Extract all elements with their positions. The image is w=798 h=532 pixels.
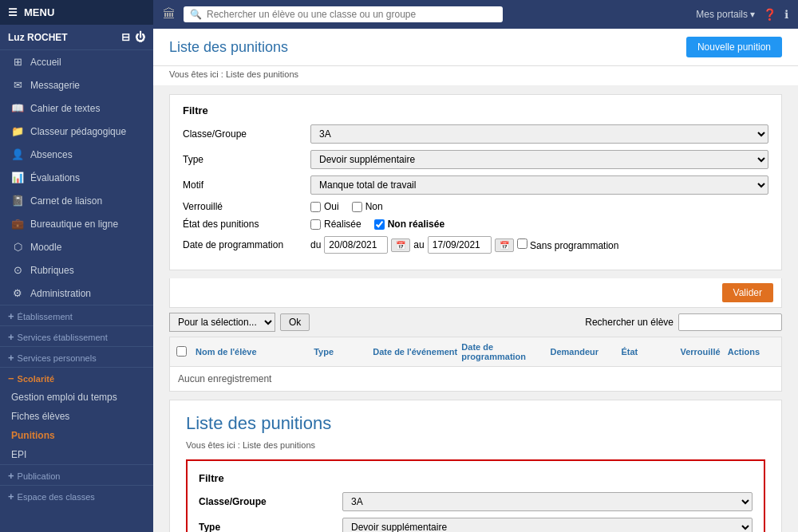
sidebar-section-publication[interactable]: + Publication	[0, 464, 153, 485]
preview-breadcrumb: Vous êtes ici : Liste des punitions	[186, 440, 765, 450]
search-input[interactable]	[207, 9, 496, 20]
filter-control-classe[interactable]: 3A	[310, 124, 768, 144]
verrouille-non-text: Non	[365, 201, 383, 212]
sidebar-item-carnet[interactable]: 📓 Carnet de liaison	[0, 189, 153, 212]
pour-selection-select[interactable]: Pour la sélection...	[169, 313, 275, 332]
sidebar-section-services-etab[interactable]: + Services établissement	[0, 325, 153, 346]
power-icon[interactable]: ⏻	[135, 31, 145, 43]
content-area: Liste des punitions Nouvelle punition Vo…	[153, 29, 798, 532]
sidebar-item-moodle[interactable]: ⬡ Moodle	[0, 235, 153, 258]
col-dem-header[interactable]: Demandeur	[550, 347, 621, 357]
col-type-header[interactable]: Type	[314, 347, 373, 357]
verrouille-non-checkbox[interactable]	[352, 202, 362, 212]
sidebar-item-accueil[interactable]: ⊞ Accueil	[0, 50, 153, 73]
sidebar-item-cahier[interactable]: 📖 Cahier de textes	[0, 97, 153, 120]
filter-row-verrouille: Verrouillé Oui Non	[183, 201, 768, 212]
adjust-icon[interactable]: ⊟	[121, 31, 130, 43]
sidebar-section-etablissement[interactable]: + Établissement	[0, 305, 153, 325]
plus-icon-publication: +	[8, 470, 14, 482]
table-section: Nom de l'élève Type Date de l'événement …	[169, 337, 782, 392]
etat-checkbox-group: Réalisée Non réalisée	[310, 219, 768, 230]
ok-button[interactable]: Ok	[280, 313, 310, 331]
search-eleve-input[interactable]	[678, 313, 782, 331]
col-act-header[interactable]: Actions	[728, 347, 775, 357]
verrouille-non-label[interactable]: Non	[352, 201, 383, 212]
sidebar-section-label-scolarite: Scolarité	[18, 374, 54, 384]
topbar-right: Mes portails ▾ ❓ ℹ	[696, 8, 788, 21]
sidebar-item-messagerie[interactable]: ✉ Messagerie	[0, 73, 153, 97]
date-from-calendar-button[interactable]: 📅	[391, 238, 410, 252]
filter-select-motif[interactable]: Manque total de travail	[310, 175, 768, 195]
sidebar-subsection-fiches[interactable]: Fiches élèves	[0, 407, 153, 426]
main-container: 🏛 🔍 Mes portails ▾ ❓ ℹ Liste des punitio…	[153, 0, 798, 532]
sidebar-subsection-punitions[interactable]: Punitions	[0, 426, 153, 445]
new-punition-button[interactable]: Nouvelle punition	[686, 37, 782, 57]
sans-prog-checkbox[interactable]	[517, 238, 527, 249]
filter-label-motif: Motif	[183, 179, 310, 191]
sidebar-item-absences[interactable]: 👤 Absences	[0, 143, 153, 166]
info-icon[interactable]: ℹ	[784, 8, 788, 21]
verrouille-checkbox-group: Oui Non	[310, 201, 768, 212]
sidebar-subsection-gestion[interactable]: Gestion emploi du temps	[0, 388, 153, 407]
filter-select-type[interactable]: Devoir supplémentaire	[310, 150, 768, 169]
sidebar-label-moodle: Moodle	[30, 242, 61, 253]
sidebar-section-espace[interactable]: + Espace des classes	[0, 485, 153, 506]
etat-realisee-label[interactable]: Réalisée	[310, 219, 361, 230]
sans-prog-text: Sans programmation	[530, 240, 618, 251]
sidebar-section-services-perso[interactable]: + Services personnels	[0, 346, 153, 367]
col-etat-header[interactable]: État	[621, 347, 680, 357]
col-check-header[interactable]	[176, 346, 196, 358]
validate-bar: Valider	[169, 278, 782, 308]
sidebar-item-evaluations[interactable]: 📊 Évaluations	[0, 166, 153, 189]
select-all-checkbox[interactable]	[176, 346, 187, 357]
circle-icon: ⊙	[11, 264, 24, 276]
notebook-icon: 📓	[11, 195, 24, 207]
preview-filter-control-type[interactable]: Devoir supplémentaire	[342, 518, 753, 532]
sans-prog-label[interactable]: Sans programmation	[517, 238, 619, 251]
mes-portails-menu[interactable]: Mes portails ▾	[696, 9, 755, 20]
date-to-calendar-button[interactable]: 📅	[495, 238, 514, 252]
filter-control-motif[interactable]: Manque total de travail	[310, 175, 768, 195]
sidebar-item-classeur[interactable]: 📁 Classeur pédagogique	[0, 120, 153, 143]
preview-filter-select-type[interactable]: Devoir supplémentaire	[342, 518, 753, 532]
table-header: Nom de l'élève Type Date de l'événement …	[170, 337, 781, 367]
col-verr-header[interactable]: Verrouillé	[680, 347, 727, 357]
col-event-header[interactable]: Date de l'événement	[373, 347, 461, 357]
sidebar-section-label-services-etab: Services établissement	[18, 333, 108, 342]
date-to-input[interactable]	[428, 236, 492, 254]
valider-button[interactable]: Valider	[722, 283, 773, 302]
sidebar-label-bureautique: Bureautique en ligne	[30, 219, 118, 230]
verrouille-oui-checkbox[interactable]	[310, 202, 321, 212]
person-icon: 👤	[11, 148, 24, 160]
verrouille-oui-label[interactable]: Oui	[310, 201, 339, 212]
sidebar-section-label-services-perso: Services personnels	[18, 353, 97, 363]
sidebar-label-messagerie: Messagerie	[30, 80, 80, 91]
filter-row-classe: Classe/Groupe 3A	[183, 124, 768, 144]
sidebar-item-rubriques[interactable]: ⊙ Rubriques	[0, 258, 153, 282]
table-controls: Pour la sélection... Ok Rechercher un él…	[169, 313, 782, 332]
sidebar-item-bureautique[interactable]: 💼 Bureautique en ligne	[0, 212, 153, 235]
sidebar-item-administration[interactable]: ⚙ Administration	[0, 282, 153, 305]
col-prog-header[interactable]: Date de programmation	[461, 342, 550, 361]
sidebar-label-fiches: Fiches élèves	[11, 411, 69, 422]
mes-portails-label: Mes portails	[696, 9, 748, 20]
sidebar-section-scolarite[interactable]: − Scolarité	[0, 367, 153, 388]
etat-realisee-checkbox[interactable]	[310, 219, 321, 230]
user-name: Luz ROCHET	[8, 32, 68, 43]
help-icon[interactable]: ❓	[763, 8, 776, 21]
filter-control-type[interactable]: Devoir supplémentaire	[310, 150, 768, 169]
col-nom-header[interactable]: Nom de l'élève	[196, 347, 314, 357]
etat-non-realisee-label[interactable]: Non réalisée	[374, 219, 444, 230]
sidebar-label-carnet: Carnet de liaison	[30, 195, 102, 207]
search-icon: 🔍	[190, 9, 202, 20]
filter-select-classe[interactable]: 3A	[310, 124, 768, 144]
sidebar-label-epi: EPI	[11, 449, 26, 460]
topbar-search-box[interactable]: 🔍	[184, 6, 503, 22]
filter-label-type: Type	[183, 154, 310, 165]
sidebar-subsection-epi[interactable]: EPI	[0, 445, 153, 464]
etat-non-realisee-checkbox[interactable]	[374, 219, 385, 230]
preview-filter-control-classe[interactable]: 3A	[342, 492, 753, 511]
preview-panel: Liste des punitions Vous êtes ici : List…	[169, 400, 782, 532]
preview-filter-select-classe[interactable]: 3A	[342, 492, 753, 511]
date-from-input[interactable]	[324, 236, 388, 254]
